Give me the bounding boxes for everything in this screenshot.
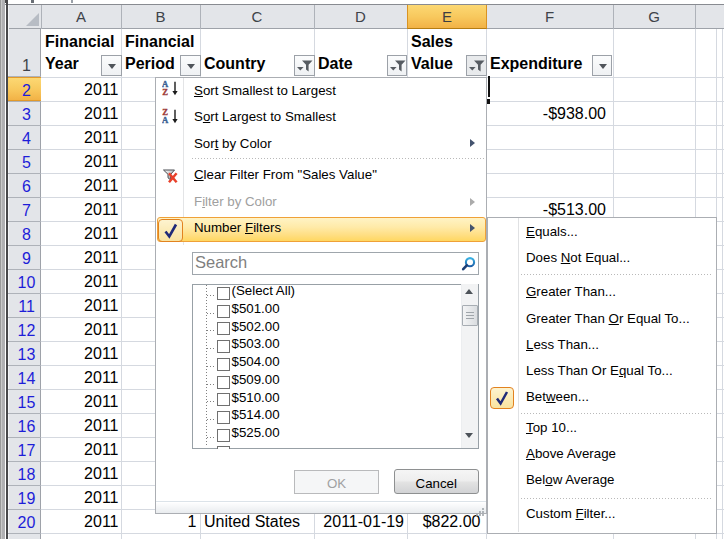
svg-text:Z: Z	[162, 88, 168, 98]
svg-text:A: A	[162, 115, 169, 125]
